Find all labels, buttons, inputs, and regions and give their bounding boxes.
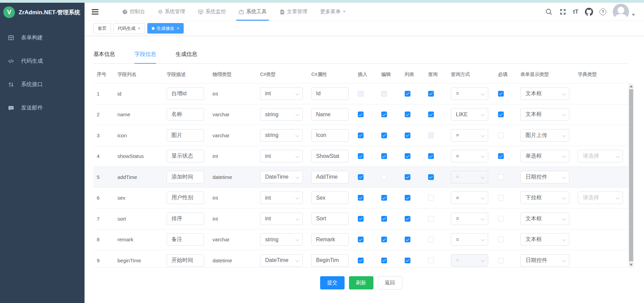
scroll-down-icon[interactable] xyxy=(629,264,633,266)
query-checkbox[interactable] xyxy=(428,216,434,222)
field-desc-input[interactable] xyxy=(167,254,204,267)
cs-type-select[interactable]: int xyxy=(260,150,303,162)
required-checkbox[interactable] xyxy=(498,258,504,263)
query-mode-select[interactable]: = xyxy=(451,87,488,100)
avatar-caret-down-icon[interactable] xyxy=(632,14,635,16)
cs-prop-input[interactable] xyxy=(311,150,349,162)
nav-item-system-manage[interactable]: ⚙ 系统管理 xyxy=(151,3,191,21)
required-checkbox[interactable] xyxy=(498,174,504,180)
list-checkbox[interactable] xyxy=(405,195,410,201)
query-checkbox[interactable] xyxy=(428,237,434,242)
cs-type-select[interactable]: int xyxy=(260,87,303,100)
query-mode-select[interactable]: = xyxy=(451,171,488,183)
field-desc-input[interactable] xyxy=(167,213,204,225)
query-mode-select[interactable]: = xyxy=(451,213,488,225)
cs-prop-input[interactable] xyxy=(311,213,349,225)
query-checkbox[interactable] xyxy=(428,258,434,263)
insert-checkbox[interactable] xyxy=(358,258,364,263)
tab-generate-info[interactable]: 生成信息 xyxy=(176,51,197,63)
tag-generate-edit[interactable]: 生成修改 × xyxy=(147,23,184,34)
cs-prop-input[interactable] xyxy=(311,191,349,204)
edit-checkbox[interactable] xyxy=(381,258,387,263)
query-checkbox[interactable] xyxy=(428,112,434,117)
insert-checkbox[interactable] xyxy=(358,153,364,159)
table-scrollbar[interactable] xyxy=(628,83,634,268)
dict-type-select[interactable]: 请选择 xyxy=(578,191,623,204)
edit-checkbox[interactable] xyxy=(381,216,387,222)
search-icon[interactable] xyxy=(545,8,553,16)
list-checkbox[interactable] xyxy=(405,112,410,117)
edit-checkbox[interactable] xyxy=(381,133,387,138)
insert-checkbox[interactable] xyxy=(358,133,364,138)
insert-checkbox[interactable] xyxy=(358,112,364,117)
tag-code-generate[interactable]: 代码生成 × xyxy=(113,23,145,34)
query-mode-select[interactable]: = xyxy=(451,191,488,204)
query-mode-select[interactable]: = xyxy=(451,150,488,162)
query-checkbox[interactable] xyxy=(428,195,434,201)
query-mode-select[interactable]: = xyxy=(451,233,488,246)
dict-type-select[interactable]: 请选择 xyxy=(578,150,623,162)
display-type-select[interactable]: 文本框 xyxy=(520,233,569,246)
cs-prop-input[interactable] xyxy=(311,254,349,267)
edit-checkbox[interactable] xyxy=(381,153,387,159)
tag-close-icon[interactable]: × xyxy=(177,26,180,31)
list-checkbox[interactable] xyxy=(405,216,410,222)
cs-type-select[interactable]: int xyxy=(260,213,303,225)
query-mode-select[interactable]: = xyxy=(451,254,488,267)
cs-type-select[interactable]: int xyxy=(260,191,303,204)
nav-item-more-menu[interactable]: 更多菜单 xyxy=(314,3,352,21)
sidebar-item-code-generate[interactable]: 代码生成 xyxy=(0,49,85,73)
tab-basic-info[interactable]: 基本信息 xyxy=(93,51,115,63)
field-desc-input[interactable] xyxy=(167,129,204,142)
tag-home[interactable]: 首页 xyxy=(93,23,111,34)
display-type-select[interactable]: 文本框 xyxy=(520,87,569,100)
insert-checkbox[interactable] xyxy=(358,216,364,222)
required-checkbox[interactable] xyxy=(498,153,504,159)
display-type-select[interactable]: 日期控件 xyxy=(520,171,569,183)
required-checkbox[interactable] xyxy=(498,195,504,201)
display-type-select[interactable]: 文本框 xyxy=(520,213,569,225)
tab-field-info[interactable]: 字段信息 xyxy=(134,51,156,63)
display-type-select[interactable]: 图片上传 xyxy=(520,129,569,142)
scroll-up-icon[interactable] xyxy=(629,85,633,87)
cs-type-select[interactable]: string xyxy=(260,233,303,246)
nav-item-system-tools[interactable]: 系统工具 xyxy=(232,3,273,21)
list-checkbox[interactable] xyxy=(405,237,410,242)
submit-button[interactable]: 提交 xyxy=(320,276,345,289)
insert-checkbox[interactable] xyxy=(358,91,364,97)
cs-prop-input[interactable] xyxy=(311,87,349,100)
edit-checkbox[interactable] xyxy=(381,237,387,242)
query-checkbox[interactable] xyxy=(428,133,434,138)
cs-type-select[interactable]: string xyxy=(260,108,303,121)
cs-prop-input[interactable] xyxy=(311,108,349,121)
app-logo-row[interactable]: V ZrAdmin.NET-管理系统 xyxy=(0,3,85,22)
refresh-button[interactable]: 刷新 xyxy=(349,276,373,289)
edit-checkbox[interactable] xyxy=(381,112,387,117)
list-checkbox[interactable] xyxy=(405,91,410,97)
cs-type-select[interactable]: string xyxy=(260,129,303,142)
list-checkbox[interactable] xyxy=(405,153,410,159)
field-desc-input[interactable] xyxy=(167,87,204,100)
avatar[interactable] xyxy=(613,4,629,20)
list-checkbox[interactable] xyxy=(405,174,410,180)
nav-item-console[interactable]: 控制台 xyxy=(116,3,151,21)
display-type-select[interactable]: 文本框 xyxy=(520,108,569,121)
font-size-icon[interactable]: tT xyxy=(573,8,578,15)
help-icon[interactable]: ? xyxy=(600,8,606,15)
display-type-select[interactable]: 单选框 xyxy=(520,150,569,162)
required-checkbox[interactable] xyxy=(498,112,504,117)
field-desc-input[interactable] xyxy=(167,191,204,204)
tag-close-icon[interactable]: × xyxy=(138,26,141,31)
fullscreen-icon[interactable] xyxy=(559,8,567,16)
edit-checkbox[interactable] xyxy=(381,195,387,201)
nav-item-system-monitor[interactable]: 系统监控 xyxy=(191,3,232,21)
required-checkbox[interactable] xyxy=(498,237,504,242)
field-desc-input[interactable] xyxy=(167,150,204,162)
query-mode-select[interactable]: = xyxy=(451,129,488,142)
edit-checkbox[interactable] xyxy=(381,174,387,180)
required-checkbox[interactable] xyxy=(498,91,504,97)
list-checkbox[interactable] xyxy=(405,258,410,263)
field-desc-input[interactable] xyxy=(167,171,204,183)
query-checkbox[interactable] xyxy=(428,91,434,97)
cs-prop-input[interactable] xyxy=(311,233,349,246)
